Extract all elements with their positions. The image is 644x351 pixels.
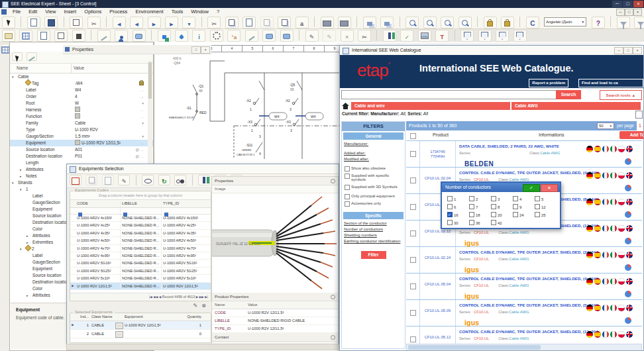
edit-record-icon[interactable]: ✎ (193, 301, 198, 310)
code-row[interactable]: U-1000 AR2V 5G25²NONE-SHIELDED R...U-100… (70, 268, 211, 275)
pin-icon[interactable] (331, 179, 335, 183)
flag-uk-icon[interactable] (626, 146, 633, 152)
code-row[interactable]: U-1000 AR2V 5x10²NONE-SHIELDED R...U-100… (70, 275, 211, 282)
search-tools-button[interactable]: Search tools ▲ (600, 90, 642, 100)
first-sheet-icon[interactable] (113, 17, 126, 28)
property-row-tag[interactable]: Tag-W4 (10, 80, 153, 87)
class-link[interactable]: Cable AWG (509, 257, 529, 261)
check-list-icon[interactable] (400, 30, 413, 42)
slash-tool-icon[interactable] (245, 30, 258, 42)
breadcrumb-cable-and-wire[interactable]: Cable and wire (351, 102, 510, 110)
flag-italy-icon[interactable] (610, 225, 617, 232)
flag-germany-icon[interactable] (586, 331, 593, 338)
binoculars-icon[interactable] (174, 175, 186, 185)
product-code-link[interactable]: CF10.UL.02.12 (420, 229, 455, 234)
filter-symbols-icon[interactable] (617, 17, 630, 28)
flag-uk-icon[interactable] (626, 278, 633, 285)
report-problem-button[interactable]: Report a problem (529, 79, 568, 87)
shielding-numbers-link[interactable]: Shielding numbers (344, 233, 403, 237)
flag-spain-icon[interactable] (594, 278, 601, 285)
flag-spain-icon[interactable] (594, 199, 601, 205)
product-row[interactable]: CF10.UL.02.24 CONTROL CABLE DYNAMIC, TPE… (406, 247, 642, 274)
class-link[interactable]: Cable AWG (540, 151, 560, 155)
product-checkbox[interactable] (410, 283, 416, 289)
menu-file[interactable]: File (9, 8, 24, 16)
product-row[interactable]: 17347457704NH DATA CABLE, SHIELDED, 2 PA… (406, 141, 642, 168)
move-block-icon[interactable] (363, 17, 376, 28)
pp-row[interactable]: CODEU-1000 R2V 12G1,5² (212, 309, 338, 317)
pen-icon[interactable] (305, 30, 319, 42)
option-checkbox[interactable]: 20 (491, 212, 502, 218)
flag-france-icon[interactable] (602, 331, 609, 338)
panel-close-button[interactable]: × (201, 46, 210, 54)
option-checkbox[interactable]: 5 (535, 196, 543, 202)
flag-poland-icon[interactable] (618, 225, 625, 232)
flag-spain-icon[interactable] (594, 252, 601, 258)
add-to-cart-button[interactable]: Add To C (619, 131, 644, 139)
class-link[interactable]: Cable AWG (509, 310, 529, 314)
print-icon[interactable] (321, 17, 334, 28)
flag-germany-icon[interactable] (586, 278, 593, 285)
info-icon[interactable] (192, 30, 205, 42)
frame-icon[interactable] (70, 17, 83, 28)
catalogue-search-input[interactable] (341, 90, 557, 99)
zoom-window-icon[interactable] (405, 17, 419, 28)
code-type-icon[interactable] (70, 175, 81, 185)
next-sheet-icon[interactable] (148, 17, 161, 28)
property-row-gauge[interactable]: Gauge/Section1,5 mm²▾ (10, 133, 153, 140)
code-row[interactable]: U-1000 AR2V 4x50²NONE-SHIELDED R...U-100… (70, 237, 211, 244)
fill-icon[interactable] (72, 30, 85, 42)
menu-help[interactable]: ? (213, 8, 223, 16)
product-code-link[interactable]: CF10.UL.02.24 (420, 256, 455, 260)
principal-equipment-checkbox[interactable]: Only principal equipment (344, 194, 403, 199)
selected-row[interactable]: 2 CABLE … 0 (70, 330, 211, 338)
menu-tools[interactable]: Tools (168, 8, 187, 16)
zoom-in-icon[interactable] (441, 17, 454, 28)
flag-spain-icon[interactable] (594, 146, 601, 152)
flag-poland-icon[interactable] (618, 146, 625, 152)
browse-button[interactable]: … (115, 331, 123, 338)
comment-icon[interactable] (262, 30, 276, 42)
flag-france-icon[interactable] (602, 146, 609, 152)
paste-icon[interactable] (242, 17, 256, 28)
refresh-catalogue-icon[interactable] (158, 175, 170, 185)
number-conductors-link[interactable]: Number of conductors (344, 227, 403, 231)
menu-process[interactable]: Process (106, 8, 131, 16)
select-all-checkbox[interactable] (410, 133, 416, 139)
code-row[interactable]: U-1000 AR2V 4x25²NONE-SHIELDED R...U-100… (70, 222, 211, 229)
record-navigator[interactable]: |◀ ◀◀ ◀ Record 4456 of 4613 ▶ ▶▶ ▶| (70, 293, 211, 301)
split-view-icon[interactable] (198, 175, 210, 185)
flag-poland-icon[interactable] (618, 305, 625, 311)
flag-uk-icon[interactable] (626, 199, 633, 205)
product-checkbox[interactable] (410, 257, 416, 263)
copy-icon[interactable] (225, 17, 239, 28)
close-button[interactable]: × (633, 1, 643, 7)
grid-icon[interactable] (19, 30, 32, 42)
specific-symbols-checkbox[interactable]: Supplied with specific symbols (344, 174, 403, 182)
minimize-button[interactable]: ─ (612, 1, 622, 7)
code-row[interactable]: U-1000 AR2V 4x35²NONE-SHIELDED R...U-100… (70, 230, 211, 237)
find-and-load-button[interactable]: Find and load to ca (578, 79, 643, 87)
eye-icon[interactable] (142, 175, 154, 185)
selected-row[interactable]: ▶ 1 CABLE … U-1000 R2V 12G1,5² 1 (70, 321, 211, 330)
help-icon[interactable] (592, 17, 605, 28)
horizontal-scrollbar[interactable] (406, 344, 642, 351)
symbols-palette-icon[interactable] (158, 30, 171, 42)
option-checkbox[interactable]: 8 (491, 204, 500, 210)
delete-icon[interactable] (341, 30, 354, 42)
home-icon[interactable] (342, 103, 349, 110)
option-checkbox[interactable]: 18 (469, 212, 480, 218)
pin-panel-icon[interactable] (12, 52, 23, 61)
product-row[interactable]: CF10.UL.05.04 CONTROL CABLE DYNAMIC, TPE… (406, 274, 642, 300)
flag-italy-icon[interactable] (610, 331, 617, 338)
badge-icon[interactable] (133, 30, 146, 42)
cancel-edit-icon[interactable]: ⊗ (201, 301, 206, 310)
code-row-selected[interactable]: ▶U-1000 R2V 12G1,5²NONE-SHIELDED R...U-1… (70, 283, 211, 290)
flag-uk-icon[interactable] (626, 331, 633, 338)
product-code-link[interactable]: CF10.UL.05.04 (420, 282, 455, 287)
option-checkbox[interactable]: 2 (469, 196, 478, 202)
option-checkbox[interactable]: 25 (535, 212, 546, 218)
flag-poland-icon[interactable] (618, 252, 625, 258)
batch-print-icon[interactable] (338, 17, 351, 28)
combo-dropdown-icon[interactable]: ▼ (581, 18, 584, 26)
